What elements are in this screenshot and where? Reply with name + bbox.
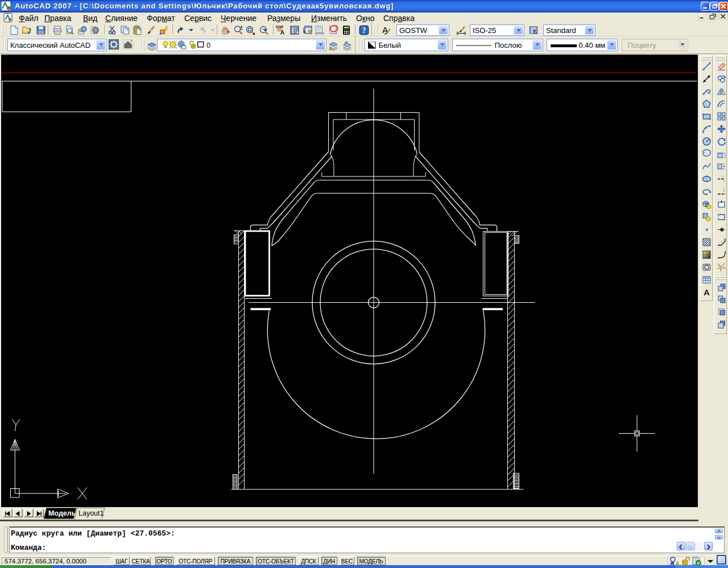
svg-text:A: A <box>704 287 710 297</box>
svg-text:?: ? <box>362 26 366 35</box>
svg-text:A: A <box>382 25 388 35</box>
